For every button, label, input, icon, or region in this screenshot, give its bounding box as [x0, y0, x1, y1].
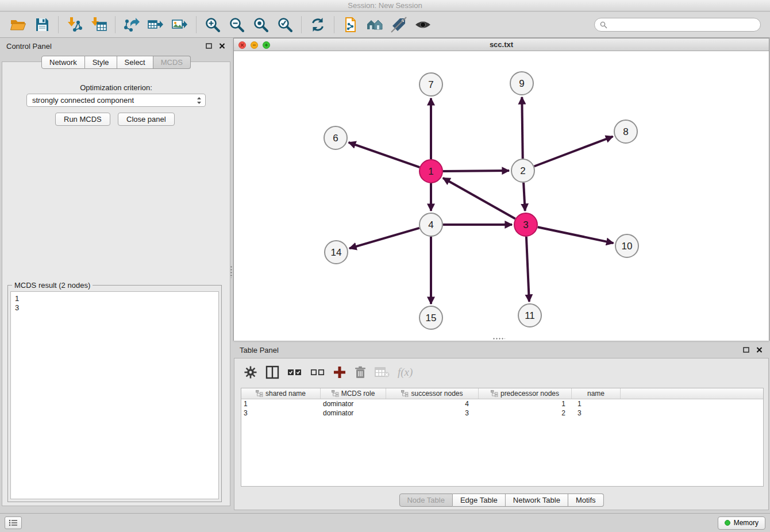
- run-mcds-button[interactable]: Run MCDS: [55, 113, 110, 126]
- network-window-titlebar[interactable]: scc.txt: [234, 38, 769, 51]
- mcds-result-list[interactable]: 1 3: [10, 291, 219, 499]
- float-table-panel-button[interactable]: [742, 346, 750, 354]
- window-minimize-button[interactable]: [251, 41, 258, 49]
- cell-name[interactable]: 1: [572, 399, 621, 408]
- column-header-successor-nodes[interactable]: successor nodes: [386, 388, 479, 399]
- task-history-button[interactable]: [5, 516, 22, 529]
- close-table-panel-button[interactable]: [755, 346, 763, 354]
- graph-node-2[interactable]: 2: [511, 159, 534, 182]
- cell-name[interactable]: 3: [572, 408, 621, 418]
- zoom-out-button[interactable]: [225, 14, 249, 36]
- horizontal-splitter-grip[interactable]: [492, 337, 505, 341]
- graph-edge-4-14[interactable]: [349, 228, 419, 248]
- graph-node-10[interactable]: 10: [615, 234, 638, 257]
- tab-network[interactable]: Network: [41, 56, 85, 69]
- column-header-predecessor-nodes[interactable]: predecessor nodes: [479, 388, 572, 399]
- window-zoom-button[interactable]: [263, 41, 270, 49]
- create-column-button[interactable]: [333, 364, 346, 381]
- float-icon: [743, 347, 749, 353]
- cell-successor-nodes[interactable]: 3: [386, 408, 479, 418]
- zoom-selected-button[interactable]: [273, 14, 297, 36]
- close-panel-button[interactable]: [218, 43, 226, 50]
- network-window-title: scc.txt: [490, 40, 513, 49]
- refresh-network-button[interactable]: [306, 14, 330, 36]
- function-builder-button[interactable]: f(x): [398, 364, 413, 381]
- graph-edge-1-6[interactable]: [349, 142, 420, 167]
- show-graphics-details-button[interactable]: [411, 14, 435, 36]
- network-graph[interactable]: 7968124314101511: [234, 52, 769, 341]
- close-panel-action-button[interactable]: Close panel: [118, 113, 175, 126]
- column-label: shared name: [265, 390, 306, 398]
- tab-mcds[interactable]: MCDS: [153, 56, 191, 69]
- tab-node-table[interactable]: Node Table: [399, 494, 453, 507]
- zoom-fit-button[interactable]: [249, 14, 273, 36]
- export-table-button[interactable]: [144, 14, 168, 36]
- graph-edge-2-3[interactable]: [523, 183, 525, 211]
- memory-button[interactable]: Memory: [718, 516, 765, 530]
- graph-edge-3-11[interactable]: [526, 237, 529, 302]
- memory-label: Memory: [734, 519, 759, 527]
- network-canvas[interactable]: 7968124314101511: [234, 52, 769, 341]
- first-neighbors-button[interactable]: [363, 14, 387, 36]
- graph-node-14[interactable]: 14: [325, 241, 348, 264]
- graph-node-4[interactable]: 4: [419, 213, 442, 236]
- toolbar-search[interactable]: [594, 18, 761, 32]
- network-file-button[interactable]: [338, 14, 363, 36]
- graph-node-7[interactable]: 7: [419, 73, 442, 96]
- save-session-button[interactable]: [30, 14, 54, 36]
- toolbar-separator: [58, 16, 59, 33]
- deselect-all-columns-button[interactable]: [310, 364, 325, 381]
- graph-node-6[interactable]: 6: [324, 126, 347, 149]
- cell-mcds-role[interactable]: dominator: [321, 408, 386, 418]
- graph-node-label: 14: [331, 247, 342, 258]
- column-header-shared-name[interactable]: shared name: [241, 388, 321, 399]
- network-file-icon: [342, 17, 359, 33]
- tab-select[interactable]: Select: [117, 56, 153, 69]
- zoom-out-icon: [229, 17, 245, 33]
- optimization-select[interactable]: strongly connected component: [26, 94, 206, 107]
- graph-edge-2-9[interactable]: [522, 97, 522, 159]
- tab-style[interactable]: Style: [85, 56, 117, 69]
- graph-node-9[interactable]: 9: [510, 72, 533, 95]
- cell-shared-name[interactable]: 3: [241, 408, 321, 418]
- graph-node-1[interactable]: 1: [419, 160, 442, 183]
- float-panel-button[interactable]: [205, 43, 213, 50]
- tab-motifs[interactable]: Motifs: [568, 494, 604, 507]
- graph-node-3[interactable]: 3: [514, 213, 537, 236]
- graph-edge-2-8[interactable]: [534, 137, 613, 167]
- delete-table-button[interactable]: [375, 364, 390, 381]
- column-header-mcds-role[interactable]: MCDS role: [321, 388, 386, 399]
- annotations-button[interactable]: [387, 14, 411, 36]
- column-header-name[interactable]: name: [572, 388, 621, 399]
- graph-node-15[interactable]: 15: [419, 306, 442, 329]
- select-all-columns-button[interactable]: [287, 364, 302, 381]
- cell-shared-name[interactable]: 1: [241, 399, 321, 408]
- delete-column-button[interactable]: [354, 364, 367, 381]
- cell-predecessor-nodes[interactable]: 2: [479, 408, 572, 418]
- cell-successor-nodes[interactable]: 4: [386, 399, 479, 408]
- zoom-in-button[interactable]: [201, 14, 225, 36]
- window-close-button[interactable]: [238, 41, 246, 49]
- export-network-button[interactable]: [120, 14, 144, 36]
- graph-edge-3-1[interactable]: [443, 178, 515, 219]
- tab-network-table[interactable]: Network Table: [506, 494, 568, 507]
- mcds-panel: Optimization criterion: strongly connect…: [2, 61, 230, 506]
- cell-mcds-role[interactable]: dominator: [321, 399, 386, 408]
- cell-predecessor-nodes[interactable]: 1: [479, 399, 572, 408]
- graph-node-label: 4: [428, 219, 433, 230]
- tab-edge-table[interactable]: Edge Table: [453, 494, 506, 507]
- search-input[interactable]: [610, 21, 755, 29]
- open-session-button[interactable]: [6, 14, 30, 36]
- table-settings-button[interactable]: [244, 364, 257, 381]
- import-table-button[interactable]: [87, 14, 111, 36]
- graph-node-8[interactable]: 8: [614, 120, 637, 143]
- vertical-splitter-grip[interactable]: [230, 265, 233, 278]
- table-row[interactable]: 1 dominator 4 1 1: [241, 399, 763, 408]
- graph-edge-3-10[interactable]: [538, 227, 614, 243]
- graph-edge-1-2[interactable]: [443, 171, 509, 171]
- import-network-button[interactable]: [63, 14, 87, 36]
- show-columns-button[interactable]: [265, 364, 279, 381]
- export-image-button[interactable]: [168, 14, 192, 36]
- table-row[interactable]: 3 dominator 3 2 3: [241, 408, 763, 418]
- graph-node-11[interactable]: 11: [518, 304, 541, 327]
